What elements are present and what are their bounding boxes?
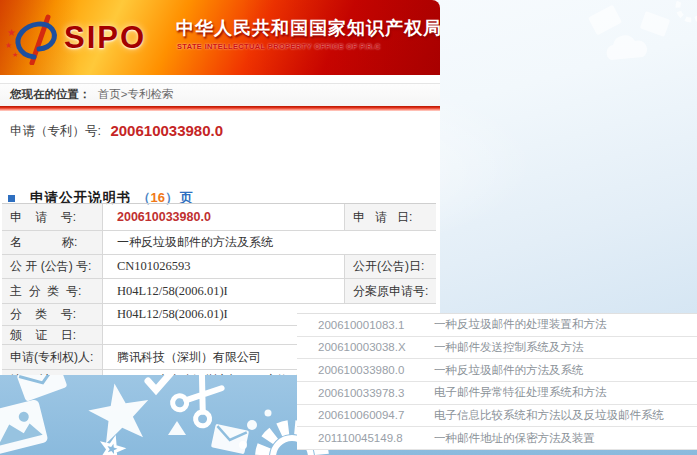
breadcrumb: 您现在的位置： 首页>专利检索 [0,83,440,106]
patent-title: 一种邮件发送控制系统及方法 [434,340,584,355]
scissors-icon [170,375,229,429]
svg-text:★: ★ [12,51,18,58]
org-name-chinese: 中华人民共和国国家知识产权局 [176,16,436,40]
patent-title: 一种反垃圾邮件的方法及系统 [434,363,584,378]
triangle-icon [168,421,186,435]
star-icon [85,378,155,446]
row-label: 主 分 类 号: [2,279,103,303]
sipo-logo-text: SIPO [64,20,146,56]
breadcrumb-path[interactable]: 首页>专利检索 [98,88,174,100]
patent-number: 200610033980.0 [297,364,434,376]
row-label: 公 开 (公告) 号: [2,255,103,278]
dot-icon [265,410,272,417]
patent-title: 一种反垃圾邮件的处理装置和方法 [434,317,607,332]
red-divider [0,106,440,111]
patent-number: 200610003038.X [297,341,434,353]
patent-number: 201110045149.8 [297,432,434,444]
envelope-icon [211,424,249,455]
sipo-header-banner: ★ ★ ★ SIPO 中华人民共和国国家知识产权局 STATE INTELLEC… [0,0,440,75]
org-name-english: STATE INTELLECTUAL PROPERTY OFFICE OF P.… [177,42,381,51]
patent-list-item[interactable]: 200610003038.X 一种邮件发送控制系统及方法 [297,337,697,360]
related-patents-panel: 200610001083.1 一种反垃圾邮件的处理装置和方法 200610003… [297,313,697,450]
dot-icon [247,420,257,430]
row-value: 200610033980.0 [103,204,344,230]
application-number-line: 申请（专利）号: 200610033980.0 [10,122,440,140]
application-number-value: 200610033980.0 [110,122,223,139]
breadcrumb-label: 您现在的位置： [10,88,91,100]
row-label: 申 请 号: [2,204,103,230]
envelope-icon [640,11,671,37]
row-label: 申请(专利权)人: [2,345,103,369]
square-bullet-icon [8,195,15,202]
cloud-icon [607,35,648,60]
patent-list-item[interactable]: 200610001083.1 一种反垃圾邮件的处理装置和方法 [297,314,697,337]
patent-number: 200610001083.1 [297,319,434,331]
patent-list-item[interactable]: 201110045149.8 一种邮件地址的保密方法及装置 [297,427,697,450]
patent-number: 200610060094.7 [297,409,434,421]
background-decoration-icons [553,0,697,114]
gear-icon [678,0,697,20]
dot-icon [239,441,247,449]
table-row-application-no: 申 请 号: 200610033980.0 申 请 日: [2,204,436,231]
row-label: 颁 证 日: [2,326,103,344]
table-row-main-class: 主 分 类 号: H04L12/58(2006.01)I 分案原申请号: [2,279,436,304]
table-row-publication-no: 公 开 (公告) 号: CN101026593 公开(公告)日: [2,255,436,279]
patent-list-item[interactable]: 200610060094.7 电子信息比较系统和方法以及反垃圾邮件系统 [297,405,697,428]
row-right-label: 申 请 日: [344,204,436,230]
row-label: 名 称: [2,231,103,254]
envelope-icon [17,375,68,402]
row-value: CN101026593 [103,255,344,278]
application-number-label: 申请（专利）号: [10,124,101,138]
sipo-logo-icon: ★ ★ ★ [6,11,66,69]
table-row-name: 名 称: 一种反垃圾邮件的方法及系统 [2,231,436,255]
svg-text:★: ★ [7,27,16,38]
patent-title: 一种邮件地址的保密方法及装置 [434,431,595,446]
star-outline-icon [101,437,124,455]
svg-text:★: ★ [6,41,12,50]
patent-number: 200610033978.3 [297,387,434,399]
row-right-label: 公开(公告)日: [344,255,436,278]
envelope-icon [588,5,622,36]
patent-title: 电子邮件异常特征处理系统和方法 [434,385,607,400]
row-value: 一种反垃圾邮件的方法及系统 [103,231,436,254]
patent-list-item[interactable]: 200610033978.3 电子邮件异常特征处理系统和方法 [297,382,697,405]
patent-list-item[interactable]: 200610033980.0 一种反垃圾邮件的方法及系统 [297,359,697,382]
photo-icon [0,399,48,455]
row-label: 分 类 号: [2,304,103,325]
patent-title: 电子信息比较系统和方法以及反垃圾邮件系统 [434,408,664,423]
row-right-label: 分案原申请号: [344,279,436,303]
row-value: H04L12/58(2006.01)I [103,279,344,303]
check-icon [148,375,170,390]
